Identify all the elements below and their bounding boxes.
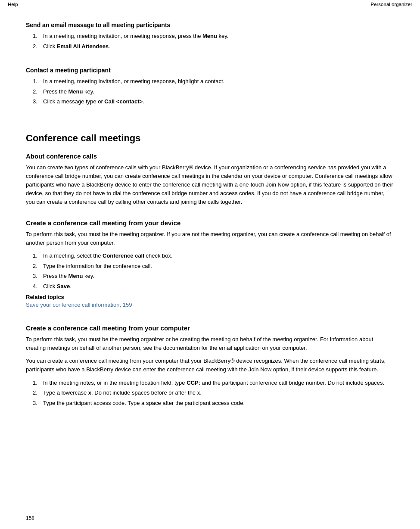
create-from-computer-steps: 1. In the meeting notes, or in the meeti…: [26, 379, 394, 408]
page-header: Help Personal organizer: [0, 0, 420, 9]
contact-participant-steps: 1. In a meeting, meeting invitation, or …: [26, 77, 394, 106]
step-number: 3.: [26, 272, 43, 280]
list-item: 3. Type the participant access code. Typ…: [26, 399, 394, 408]
about-conference-calls-body: You can create two types of conference c…: [26, 163, 394, 207]
header-left-label: Help: [8, 2, 18, 7]
step-number: 3.: [26, 97, 43, 106]
step-number: 2.: [26, 262, 43, 271]
step-text: In a meeting, meeting invitation, or mee…: [43, 77, 394, 86]
create-from-computer-para2: You can create a conference call meeting…: [26, 357, 394, 374]
step-text: In a meeting, select the Conference call…: [43, 252, 394, 260]
step-text: Click Save.: [43, 282, 394, 291]
list-item: 1. In a meeting, meeting invitation, or …: [26, 32, 394, 40]
step-number: 2.: [26, 389, 43, 397]
list-item: 3. Click a message type or Call <contact…: [26, 97, 394, 106]
main-content: Send an email message to all meeting par…: [0, 9, 420, 433]
list-item: 1. In the meeting notes, or in the meeti…: [26, 379, 394, 387]
create-from-computer-section: Create a conference call meeting from yo…: [26, 324, 394, 407]
step-number: 2.: [26, 42, 43, 51]
list-item: 2. Type a lowercase x. Do not include sp…: [26, 389, 394, 397]
step-text: In a meeting, meeting invitation, or mee…: [43, 32, 394, 40]
header-right-label: Personal organizer: [370, 2, 412, 7]
list-item: 4. Click Save.: [26, 282, 394, 291]
list-item: 2. Type the information for the conferen…: [26, 262, 394, 271]
create-from-device-section: Create a conference call meeting from yo…: [26, 219, 394, 308]
list-item: 1. In a meeting, meeting invitation, or …: [26, 77, 394, 86]
send-email-title: Send an email message to all meeting par…: [26, 22, 394, 28]
page-number: 158: [26, 515, 34, 521]
list-item: 3. Press the Menu key.: [26, 272, 394, 280]
conference-calls-title: Conference call meetings: [26, 133, 394, 144]
step-number: 3.: [26, 399, 43, 408]
list-item: 1. In a meeting, select the Conference c…: [26, 252, 394, 260]
step-number: 1.: [26, 379, 43, 387]
step-text: Press the Menu key.: [43, 272, 394, 280]
contact-participant-title: Contact a meeting participant: [26, 67, 394, 74]
step-number: 1.: [26, 32, 43, 40]
page-footer: 158: [26, 515, 34, 521]
create-from-device-subtitle: Create a conference call meeting from yo…: [26, 219, 394, 227]
about-conference-calls-section: About conference calls You can create tw…: [26, 152, 394, 207]
step-text: Type a lowercase x. Do not include space…: [43, 389, 394, 397]
send-email-section: Send an email message to all meeting par…: [26, 22, 394, 50]
step-text: In the meeting notes, or in the meeting …: [43, 379, 394, 387]
create-from-device-steps: 1. In a meeting, select the Conference c…: [26, 252, 394, 290]
step-text: Type the information for the conference …: [43, 262, 394, 271]
related-topics-label: Related topics: [26, 294, 64, 300]
step-number: 4.: [26, 282, 43, 291]
step-number: 1.: [26, 77, 43, 86]
send-email-steps: 1. In a meeting, meeting invitation, or …: [26, 32, 394, 50]
contact-participant-section: Contact a meeting participant 1. In a me…: [26, 67, 394, 106]
create-from-computer-para1: To perform this task, you must be the me…: [26, 335, 394, 352]
create-from-device-intro: To perform this task, you must be the me…: [26, 230, 394, 247]
create-from-computer-subtitle: Create a conference call meeting from yo…: [26, 324, 394, 332]
step-text: Press the Menu key.: [43, 87, 394, 96]
list-item: 2. Click Email All Attendees.: [26, 42, 394, 51]
related-topics-link[interactable]: Save your conference call information, 1…: [26, 302, 394, 308]
conference-calls-heading-block: Conference call meetings: [26, 133, 394, 144]
step-number: 1.: [26, 252, 43, 260]
step-text: Type the participant access code. Type a…: [43, 399, 394, 408]
step-number: 2.: [26, 87, 43, 96]
step-text: Click Email All Attendees.: [43, 42, 394, 51]
list-item: 2. Press the Menu key.: [26, 87, 394, 96]
about-conference-calls-subtitle: About conference calls: [26, 152, 394, 160]
step-text: Click a message type or Call <contact>.: [43, 97, 394, 106]
